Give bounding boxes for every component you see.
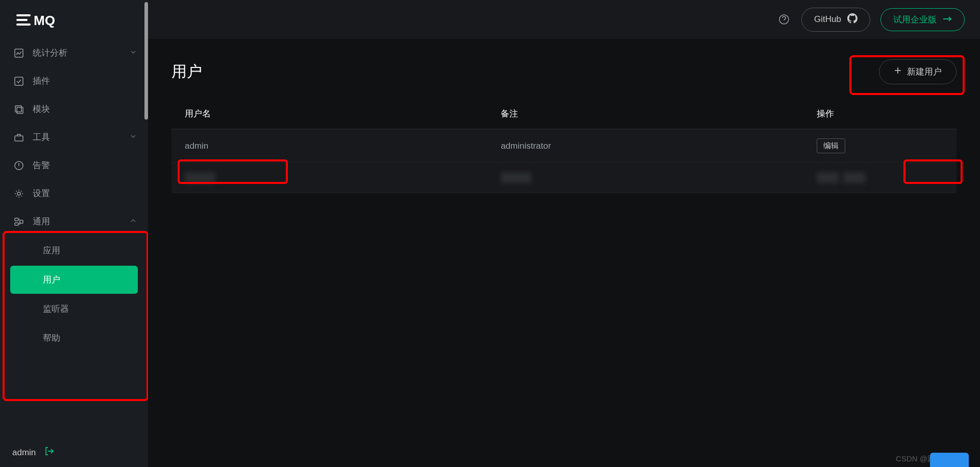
sidebar-item-plugins[interactable]: 插件 — [0, 67, 148, 95]
svg-rect-3 — [15, 106, 21, 112]
arrow-right-icon — [943, 14, 952, 25]
svg-point-7 — [17, 192, 20, 195]
sidebar-footer: admin — [0, 438, 148, 467]
gear-icon — [13, 188, 24, 199]
chevron-down-icon — [130, 132, 137, 143]
sidebar-sub-listeners[interactable]: 监听器 — [10, 295, 138, 323]
main-content: GitHub 试用企业版 用户 新建用户 — [148, 0, 980, 467]
sidebar-item-label: 模块 — [33, 103, 50, 115]
svg-rect-5 — [15, 136, 23, 141]
topbar: GitHub 试用企业版 — [148, 0, 980, 39]
sidebar-item-tools[interactable]: 工具 — [0, 123, 148, 151]
page-title: 用户 — [172, 61, 202, 82]
trial-label: 试用企业版 — [893, 14, 937, 26]
svg-text:MQ: MQ — [34, 13, 55, 28]
table-row-redacted — [172, 163, 957, 193]
table-header: 用户名 备注 操作 — [172, 99, 957, 129]
sidebar-item-label: 统计分析 — [33, 47, 67, 59]
svg-rect-4 — [17, 107, 23, 113]
cell-remark: administrator — [501, 141, 817, 151]
modules-icon — [13, 104, 24, 115]
sidebar-item-settings[interactable]: 设置 — [0, 179, 148, 207]
col-username: 用户名 — [185, 108, 501, 120]
brand-logo: MQ — [0, 0, 148, 39]
create-user-label: 新建用户 — [907, 66, 942, 78]
svg-rect-8 — [15, 218, 18, 221]
redacted-cell — [185, 172, 215, 183]
checkbox-icon — [13, 76, 24, 87]
chevron-down-icon — [130, 48, 137, 58]
chevron-up-icon — [130, 217, 137, 227]
trial-button[interactable]: 试用企业版 — [880, 8, 965, 31]
sidebar-item-label: 告警 — [33, 159, 50, 171]
sidebar-item-modules[interactable]: 模块 — [0, 95, 148, 123]
github-button[interactable]: GitHub — [801, 8, 870, 32]
sidebar-sub-users[interactable]: 用户 — [10, 266, 138, 294]
svg-rect-9 — [15, 223, 18, 225]
toolbox-icon — [13, 132, 24, 143]
alert-icon — [13, 160, 24, 171]
help-icon[interactable] — [777, 12, 791, 27]
sidebar-item-stats[interactable]: 统计分析 — [0, 39, 148, 67]
current-user: admin — [12, 448, 36, 458]
redacted-cell — [501, 172, 531, 183]
sidebar-scrollbar[interactable] — [144, 0, 148, 438]
plus-icon — [894, 66, 902, 77]
create-user-button[interactable]: 新建用户 — [879, 59, 957, 84]
col-action: 操作 — [817, 108, 943, 120]
sidebar: MQ 统计分析 插件 模块 工具 — [0, 0, 148, 467]
github-label: GitHub — [814, 14, 841, 25]
chart-icon — [13, 48, 24, 59]
table-row: admin administrator 编辑 — [172, 129, 957, 163]
general-icon — [13, 216, 24, 227]
github-icon — [847, 13, 857, 26]
col-remark: 备注 — [501, 108, 817, 120]
sidebar-item-label: 设置 — [33, 188, 50, 199]
sidebar-item-label: 通用 — [33, 216, 50, 227]
sidebar-submenu-general: 应用 用户 监听器 帮助 — [0, 237, 148, 359]
cell-username: admin — [185, 141, 501, 151]
sidebar-sub-app[interactable]: 应用 — [10, 237, 138, 265]
logout-icon[interactable] — [44, 446, 54, 459]
redacted-actions — [817, 172, 943, 183]
svg-rect-2 — [15, 77, 23, 85]
users-table: 用户名 备注 操作 admin administrator 编辑 — [172, 99, 957, 193]
floating-widget[interactable] — [930, 453, 969, 467]
svg-rect-10 — [20, 220, 23, 223]
edit-button[interactable]: 编辑 — [817, 138, 845, 153]
sidebar-item-label: 插件 — [33, 75, 50, 87]
sidebar-sub-help[interactable]: 帮助 — [10, 324, 138, 352]
sidebar-item-general[interactable]: 通用 — [0, 207, 148, 236]
sidebar-item-alerts[interactable]: 告警 — [0, 151, 148, 179]
sidebar-item-label: 工具 — [33, 131, 50, 143]
